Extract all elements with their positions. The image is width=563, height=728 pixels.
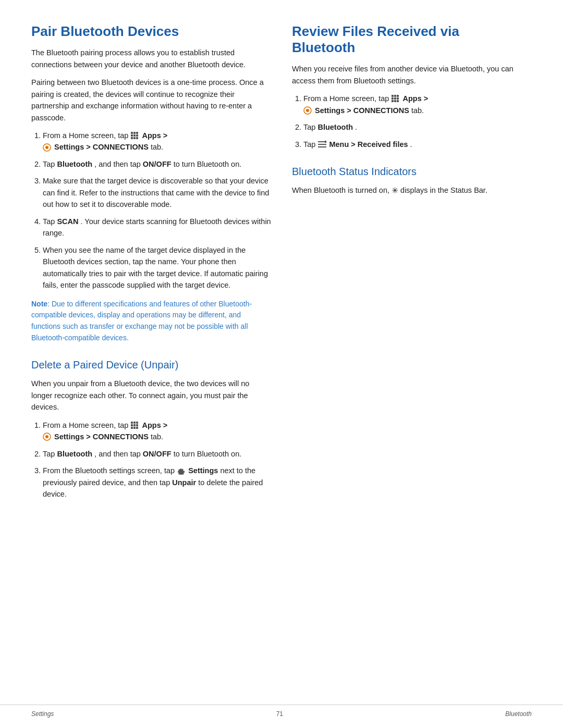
pair-step-4: Tap SCAN . Your device starts scanning f… bbox=[43, 216, 271, 239]
note-text: : Due to different specifications and fe… bbox=[31, 300, 252, 342]
delete-step1-text-before: From a Home screen, tap bbox=[43, 421, 130, 429]
apps-icon-2 bbox=[130, 421, 139, 429]
pair-step1-text-after: tab. bbox=[151, 143, 163, 151]
svg-rect-29 bbox=[394, 100, 396, 102]
status-para1-before: When Bluetooth is turned on, bbox=[292, 186, 389, 194]
apps-icon-3 bbox=[391, 94, 399, 103]
review-step1-text-after: tab. bbox=[411, 106, 424, 115]
pair-step4-text-before: Tap bbox=[43, 217, 57, 226]
svg-rect-6 bbox=[131, 137, 133, 139]
delete-step2-text-before: Tap bbox=[43, 450, 57, 458]
review-step3-text-after: . bbox=[410, 140, 412, 149]
review-step3-menu: Menu > Received files bbox=[329, 140, 408, 149]
svg-rect-27 bbox=[397, 97, 399, 100]
pair-step4-scan: SCAN bbox=[57, 217, 78, 226]
review-step3-text-before: Tap bbox=[303, 140, 317, 149]
delete-step3-settings-bold: Settings bbox=[188, 466, 218, 475]
review-files-heading-line2: Bluetooth bbox=[292, 40, 355, 55]
gear-icon-settings bbox=[177, 466, 185, 475]
review-step-3: Tap Menu > Received files . bbox=[303, 139, 532, 150]
pair-step2-text-after: to turn Bluetooth on. bbox=[174, 160, 242, 168]
pair-step1-text-before: From a Home screen, tap bbox=[43, 131, 130, 140]
footer-right: Bluetooth bbox=[505, 710, 532, 718]
svg-rect-23 bbox=[394, 95, 396, 97]
delete-step2-onoff: ON/OFF bbox=[143, 450, 172, 458]
svg-point-10 bbox=[45, 146, 48, 149]
svg-rect-30 bbox=[397, 100, 399, 102]
settings-circle-icon-2 bbox=[43, 433, 51, 441]
menu-icon bbox=[317, 140, 326, 149]
pair-bluetooth-heading: Pair Bluetooth Devices bbox=[31, 23, 271, 40]
delete-step-2: Tap Bluetooth , and then tap ON/OFF to t… bbox=[43, 448, 271, 460]
delete-step-3: From the Bluetooth settings screen, tap … bbox=[43, 465, 271, 500]
settings-circle-icon-3 bbox=[303, 106, 312, 115]
svg-rect-24 bbox=[397, 95, 399, 97]
svg-rect-26 bbox=[394, 97, 396, 100]
svg-rect-5 bbox=[136, 134, 138, 137]
pair-para1: The Bluetooth pairing process allows you… bbox=[31, 47, 271, 70]
pair-para2: Pairing between two Bluetooth devices is… bbox=[31, 77, 271, 124]
svg-rect-18 bbox=[133, 427, 136, 429]
svg-rect-19 bbox=[136, 427, 138, 429]
review-step-2: Tap Bluetooth . bbox=[303, 121, 532, 133]
svg-rect-16 bbox=[136, 424, 138, 426]
svg-rect-12 bbox=[133, 422, 136, 424]
svg-rect-25 bbox=[391, 97, 394, 100]
pair-step-3: Make sure that the target device is disc… bbox=[43, 175, 271, 210]
review-step2-text-after: . bbox=[355, 123, 357, 131]
delete-paired-heading: Delete a Paired Device (Unpair) bbox=[31, 358, 271, 372]
pair-note: Note: Due to different specifications an… bbox=[31, 299, 271, 344]
svg-rect-2 bbox=[136, 132, 138, 134]
delete-step-1: From a Home screen, tap bbox=[43, 419, 271, 443]
svg-rect-3 bbox=[131, 134, 133, 137]
delete-step1-apps-label: Apps > bbox=[142, 421, 167, 429]
svg-rect-15 bbox=[133, 424, 136, 426]
review-step1-text-before: From a Home screen, tap bbox=[303, 94, 391, 103]
delete-step2-text-after: to turn Bluetooth on. bbox=[174, 450, 242, 458]
pair-step2-text-mid: , and then tap bbox=[94, 160, 143, 168]
pair-step-5: When you see the name of the target devi… bbox=[43, 244, 271, 291]
svg-rect-36 bbox=[325, 141, 326, 143]
pair-step-2: Tap Bluetooth , and then tap ON/OFF to t… bbox=[43, 158, 271, 170]
review-files-heading: Review Files Received via Bluetooth bbox=[292, 23, 532, 56]
svg-point-21 bbox=[45, 435, 48, 438]
pair-step1-settings-label: Settings > CONNECTIONS bbox=[54, 143, 149, 151]
delete-step2-bluetooth: Bluetooth bbox=[57, 450, 92, 458]
pair-step2-text-before: Tap bbox=[43, 160, 57, 168]
review-step2-bluetooth: Bluetooth bbox=[317, 123, 353, 131]
review-step1-settings-label: Settings > CONNECTIONS bbox=[315, 106, 409, 115]
review-step-1: From a Home screen, tap bbox=[303, 93, 532, 116]
page-container: Pair Bluetooth Devices The Bluetooth pai… bbox=[0, 0, 563, 728]
page-footer: Settings 71 Bluetooth bbox=[0, 705, 563, 718]
note-label: Note bbox=[31, 300, 47, 308]
review-step2-text-before: Tap bbox=[303, 123, 317, 131]
two-column-layout: Pair Bluetooth Devices The Bluetooth pai… bbox=[31, 23, 532, 508]
svg-rect-0 bbox=[131, 132, 133, 134]
review-steps-list: From a Home screen, tap bbox=[303, 93, 532, 150]
svg-rect-17 bbox=[131, 427, 133, 429]
pair-steps-list: From a Home screen, tap bbox=[43, 130, 271, 291]
review-para1: When you receive files from another devi… bbox=[292, 63, 532, 87]
delete-step3-text-before: From the Bluetooth settings screen, tap bbox=[43, 466, 177, 475]
svg-rect-4 bbox=[133, 134, 136, 137]
svg-rect-22 bbox=[391, 95, 394, 97]
pair-step2-onoff: ON/OFF bbox=[143, 160, 172, 168]
footer-center: 71 bbox=[276, 710, 283, 718]
status-para1: When Bluetooth is turned on, ✳ displays … bbox=[292, 184, 532, 198]
svg-rect-28 bbox=[391, 100, 394, 102]
pair-step-1: From a Home screen, tap bbox=[43, 130, 271, 153]
delete-step1-text-after: tab. bbox=[151, 433, 163, 441]
svg-rect-35 bbox=[318, 146, 326, 147]
status-para1-after: displays in the Status Bar. bbox=[400, 186, 487, 194]
svg-rect-14 bbox=[131, 424, 133, 426]
footer-left: Settings bbox=[31, 710, 54, 718]
delete-step1-settings-label: Settings > CONNECTIONS bbox=[54, 433, 149, 441]
review-step1-apps-label: Apps > bbox=[402, 94, 428, 103]
review-files-heading-line1: Review Files Received via bbox=[292, 23, 459, 39]
delete-para1: When you unpair from a Bluetooth device,… bbox=[31, 378, 271, 413]
pair-step2-bluetooth: Bluetooth bbox=[57, 160, 92, 168]
delete-step2-text-mid: , and then tap bbox=[94, 450, 143, 458]
svg-rect-13 bbox=[136, 422, 138, 424]
svg-point-32 bbox=[306, 109, 309, 112]
status-indicators-heading: Bluetooth Status Indicators bbox=[292, 165, 532, 178]
